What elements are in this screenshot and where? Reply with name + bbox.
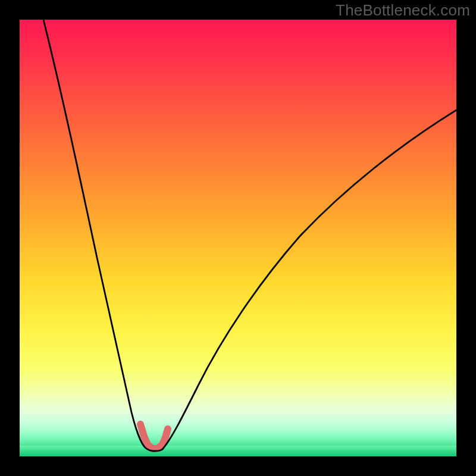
curve-right-branch	[162, 110, 456, 449]
trough-marker	[140, 424, 168, 449]
chart-plot-area	[20, 20, 456, 456]
curve-left-branch	[43, 20, 148, 449]
chart-svg	[20, 20, 456, 456]
watermark-text: TheBottleneck.com	[336, 1, 470, 20]
